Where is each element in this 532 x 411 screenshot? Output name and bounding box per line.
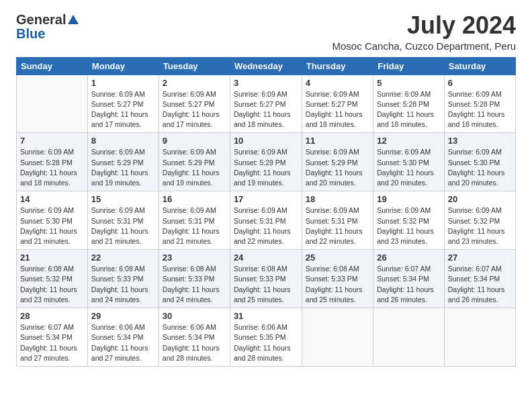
sunrise-text: Sunrise: 6:07 AM — [20, 323, 74, 331]
sunrise-text: Sunrise: 6:09 AM — [163, 206, 216, 214]
day-info: Sunrise: 6:08 AMSunset: 5:33 PMDaylight:… — [91, 264, 155, 305]
day-info: Sunrise: 6:09 AMSunset: 5:29 PMDaylight:… — [234, 147, 298, 188]
sunset-text: Sunset: 5:31 PM — [91, 217, 144, 225]
day-number: 23 — [163, 253, 226, 263]
sunrise-text: Sunrise: 6:09 AM — [448, 148, 502, 156]
calendar-table: Sunday Monday Tuesday Wednesday Thursday… — [16, 57, 516, 367]
sunrise-text: Sunrise: 6:09 AM — [20, 148, 74, 156]
day-number: 6 — [448, 78, 512, 88]
title-block: July 2024 Mosoc Cancha, Cuzco Department… — [332, 12, 516, 52]
table-row: 14Sunrise: 6:09 AMSunset: 5:30 PMDayligh… — [17, 191, 88, 250]
day-number: 9 — [163, 136, 226, 146]
svg-marker-0 — [68, 15, 79, 24]
sunset-text: Sunset: 5:30 PM — [20, 217, 73, 225]
daylight-text: Daylight: 11 hours and 24 minutes. — [91, 285, 148, 304]
table-row: 30Sunrise: 6:06 AMSunset: 5:34 PMDayligh… — [159, 308, 230, 367]
sunset-text: Sunset: 5:30 PM — [377, 158, 429, 167]
sunset-text: Sunset: 5:32 PM — [448, 217, 500, 225]
day-info: Sunrise: 6:09 AMSunset: 5:31 PMDaylight:… — [91, 205, 155, 246]
header-tuesday: Tuesday — [159, 57, 230, 75]
table-row — [302, 308, 373, 367]
table-row: 16Sunrise: 6:09 AMSunset: 5:31 PMDayligh… — [159, 191, 230, 250]
daylight-text: Daylight: 11 hours and 18 minutes. — [20, 169, 77, 187]
day-info: Sunrise: 6:07 AMSunset: 5:34 PMDaylight:… — [20, 322, 84, 363]
day-number: 3 — [234, 78, 298, 88]
sunset-text: Sunset: 5:27 PM — [91, 100, 144, 108]
day-number: 2 — [163, 78, 226, 88]
sunrise-text: Sunrise: 6:09 AM — [91, 148, 145, 156]
sunrise-text: Sunrise: 6:09 AM — [306, 206, 359, 214]
daylight-text: Daylight: 11 hours and 24 minutes. — [163, 285, 220, 304]
sunrise-text: Sunrise: 6:06 AM — [91, 323, 145, 331]
daylight-text: Daylight: 11 hours and 17 minutes. — [163, 110, 220, 128]
sunrise-text: Sunrise: 6:08 AM — [91, 265, 145, 273]
table-row — [373, 308, 445, 367]
daylight-text: Daylight: 11 hours and 18 minutes. — [306, 110, 363, 128]
sunrise-text: Sunrise: 6:09 AM — [163, 148, 216, 156]
table-row: 22Sunrise: 6:08 AMSunset: 5:33 PMDayligh… — [87, 250, 159, 308]
table-row: 10Sunrise: 6:09 AMSunset: 5:29 PMDayligh… — [230, 133, 302, 191]
table-row: 18Sunrise: 6:09 AMSunset: 5:31 PMDayligh… — [302, 191, 373, 250]
day-number: 30 — [163, 311, 226, 321]
table-row: 28Sunrise: 6:07 AMSunset: 5:34 PMDayligh… — [17, 308, 88, 367]
day-info: Sunrise: 6:09 AMSunset: 5:27 PMDaylight:… — [306, 89, 369, 130]
sunrise-text: Sunrise: 6:09 AM — [234, 206, 287, 214]
calendar-week-row: 1Sunrise: 6:09 AMSunset: 5:27 PMDaylight… — [17, 75, 516, 133]
table-row: 9Sunrise: 6:09 AMSunset: 5:29 PMDaylight… — [159, 133, 230, 191]
day-number: 20 — [448, 194, 512, 204]
sunset-text: Sunset: 5:28 PM — [20, 158, 73, 167]
sunrise-text: Sunrise: 6:09 AM — [448, 206, 502, 214]
sunrise-text: Sunrise: 6:09 AM — [306, 90, 359, 98]
daylight-text: Daylight: 11 hours and 21 minutes. — [91, 227, 148, 245]
sunrise-text: Sunrise: 6:09 AM — [91, 90, 145, 98]
day-info: Sunrise: 6:09 AMSunset: 5:29 PMDaylight:… — [163, 147, 226, 188]
day-info: Sunrise: 6:09 AMSunset: 5:30 PMDaylight:… — [377, 147, 441, 188]
table-row: 24Sunrise: 6:08 AMSunset: 5:33 PMDayligh… — [230, 250, 302, 308]
location: Mosoc Cancha, Cuzco Department, Peru — [332, 40, 516, 52]
table-row: 25Sunrise: 6:08 AMSunset: 5:33 PMDayligh… — [302, 250, 373, 308]
day-number: 28 — [20, 311, 84, 321]
table-row: 13Sunrise: 6:09 AMSunset: 5:30 PMDayligh… — [444, 133, 515, 191]
sunrise-text: Sunrise: 6:08 AM — [20, 265, 74, 273]
table-row: 8Sunrise: 6:09 AMSunset: 5:29 PMDaylight… — [87, 133, 159, 191]
sunset-text: Sunset: 5:33 PM — [91, 275, 144, 283]
daylight-text: Daylight: 11 hours and 22 minutes. — [306, 227, 363, 245]
daylight-text: Daylight: 11 hours and 23 minutes. — [20, 285, 77, 304]
logo-triangle-icon — [68, 15, 79, 27]
sunset-text: Sunset: 5:28 PM — [377, 100, 429, 108]
day-info: Sunrise: 6:09 AMSunset: 5:30 PMDaylight:… — [448, 147, 512, 188]
day-number: 7 — [20, 136, 84, 146]
daylight-text: Daylight: 11 hours and 26 minutes. — [448, 285, 505, 304]
daylight-text: Daylight: 11 hours and 27 minutes. — [91, 344, 148, 362]
sunset-text: Sunset: 5:33 PM — [234, 275, 286, 283]
daylight-text: Daylight: 11 hours and 25 minutes. — [234, 285, 291, 304]
sunset-text: Sunset: 5:34 PM — [163, 333, 215, 341]
sunrise-text: Sunrise: 6:09 AM — [234, 90, 287, 98]
day-info: Sunrise: 6:09 AMSunset: 5:30 PMDaylight:… — [20, 205, 84, 246]
sunrise-text: Sunrise: 6:09 AM — [377, 90, 431, 98]
sunrise-text: Sunrise: 6:08 AM — [234, 265, 287, 273]
day-info: Sunrise: 6:07 AMSunset: 5:34 PMDaylight:… — [448, 264, 512, 305]
daylight-text: Daylight: 11 hours and 25 minutes. — [306, 285, 363, 304]
daylight-text: Daylight: 11 hours and 27 minutes. — [20, 344, 77, 362]
header-friday: Friday — [373, 57, 445, 75]
sunset-text: Sunset: 5:34 PM — [20, 333, 73, 341]
table-row: 4Sunrise: 6:09 AMSunset: 5:27 PMDaylight… — [302, 75, 373, 133]
day-number: 18 — [306, 194, 369, 204]
daylight-text: Daylight: 11 hours and 18 minutes. — [377, 110, 434, 128]
sunrise-text: Sunrise: 6:09 AM — [234, 148, 287, 156]
day-number: 14 — [20, 194, 84, 204]
sunset-text: Sunset: 5:31 PM — [163, 217, 215, 225]
table-row: 21Sunrise: 6:08 AMSunset: 5:32 PMDayligh… — [17, 250, 88, 308]
table-row: 1Sunrise: 6:09 AMSunset: 5:27 PMDaylight… — [87, 75, 159, 133]
sunset-text: Sunset: 5:28 PM — [448, 100, 500, 108]
daylight-text: Daylight: 11 hours and 21 minutes. — [20, 227, 77, 245]
header-wednesday: Wednesday — [230, 57, 302, 75]
day-number: 26 — [377, 253, 441, 263]
calendar-week-row: 14Sunrise: 6:09 AMSunset: 5:30 PMDayligh… — [17, 191, 516, 250]
sunset-text: Sunset: 5:29 PM — [234, 158, 286, 167]
day-number: 11 — [306, 136, 369, 146]
daylight-text: Daylight: 11 hours and 23 minutes. — [377, 227, 434, 245]
day-number: 17 — [234, 194, 298, 204]
sunset-text: Sunset: 5:32 PM — [20, 275, 73, 283]
